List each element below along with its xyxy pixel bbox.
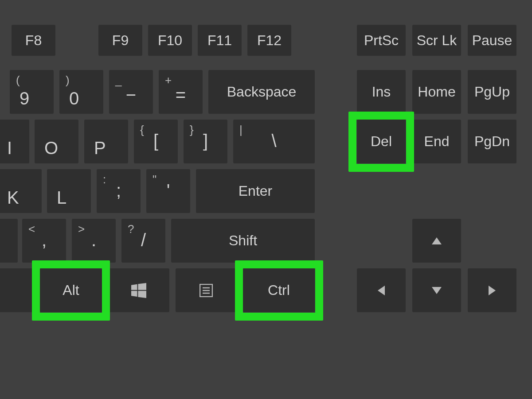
f9-key[interactable]: F9: [98, 25, 142, 56]
menu-key[interactable]: [176, 268, 237, 312]
scrlk-key[interactable]: Scr Lk: [412, 25, 461, 56]
arrow-right-icon: [489, 286, 496, 295]
shift-key[interactable]: Shift: [171, 219, 315, 263]
partial-key[interactable]: [0, 219, 18, 263]
pgup-key[interactable]: PgUp: [468, 70, 516, 114]
o-key[interactable]: O: [35, 120, 78, 163]
nine-key[interactable]: (9: [10, 70, 54, 114]
arrow-down-key[interactable]: [412, 268, 461, 312]
comma-key[interactable]: <,: [22, 219, 66, 263]
backslash-key[interactable]: |\: [233, 120, 315, 163]
f8-key[interactable]: F8: [12, 25, 55, 56]
arrow-up-key[interactable]: [412, 219, 461, 263]
zero-key[interactable]: )0: [59, 70, 103, 114]
rbracket-key[interactable]: }]: [184, 120, 227, 163]
minus-key[interactable]: _−: [109, 70, 153, 114]
win-key[interactable]: [108, 268, 169, 312]
svg-marker-0: [432, 237, 442, 244]
i-key[interactable]: I: [0, 120, 29, 163]
period-key[interactable]: >.: [72, 219, 116, 263]
highlight-del: [348, 112, 414, 172]
highlight-ctrl: [235, 260, 323, 321]
arrow-up-icon: [432, 237, 442, 244]
f12-key[interactable]: F12: [247, 25, 291, 56]
semicolon-key[interactable]: :;: [97, 169, 141, 213]
slash-key[interactable]: ?/: [121, 219, 165, 263]
p-key[interactable]: P: [84, 120, 128, 163]
k-key[interactable]: K: [0, 169, 42, 213]
l-key[interactable]: L: [47, 169, 91, 213]
arrow-left-key[interactable]: [357, 268, 406, 312]
end-key[interactable]: End: [412, 120, 461, 163]
quote-key[interactable]: "': [146, 169, 190, 213]
partial-key-2[interactable]: [0, 268, 35, 312]
svg-marker-6: [432, 287, 442, 294]
equals-key[interactable]: +=: [159, 70, 203, 114]
prtsc-key[interactable]: PrtSc: [357, 25, 406, 56]
home-key[interactable]: Home: [412, 70, 461, 114]
f11-key[interactable]: F11: [198, 25, 242, 56]
arrow-down-icon: [432, 287, 442, 294]
windows-icon: [131, 283, 146, 298]
enter-key[interactable]: Enter: [196, 169, 315, 213]
svg-marker-5: [378, 286, 385, 295]
arrow-right-key[interactable]: [468, 268, 516, 312]
keyboard: F8 F9 F10 F11 F12 PrtSc Scr Lk Pause (9 …: [0, 0, 532, 399]
svg-marker-7: [489, 286, 496, 295]
lbracket-key[interactable]: {[: [134, 120, 178, 163]
menu-icon: [200, 284, 213, 297]
highlight-alt: [32, 260, 110, 321]
pause-key[interactable]: Pause: [468, 25, 516, 56]
f10-key[interactable]: F10: [148, 25, 192, 56]
backspace-key[interactable]: Backspace: [208, 70, 315, 114]
arrow-left-icon: [378, 286, 385, 295]
ins-key[interactable]: Ins: [357, 70, 406, 114]
pgdn-key[interactable]: PgDn: [468, 120, 516, 163]
